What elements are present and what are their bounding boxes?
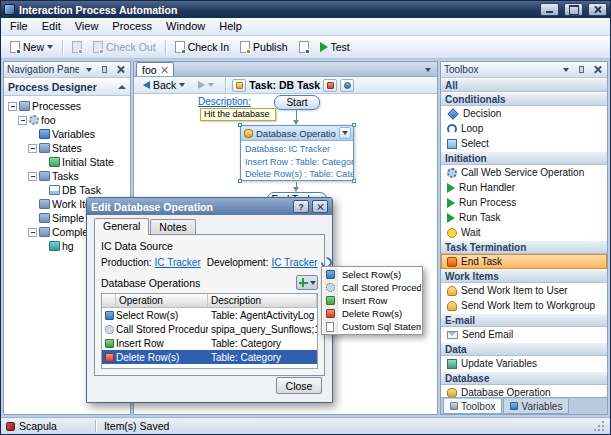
- collapse-icon[interactable]: [28, 172, 37, 181]
- start-node[interactable]: Start: [274, 95, 320, 110]
- toolbox-item-send-work-item-workgroup[interactable]: Send Work Item to Workgroup: [441, 298, 607, 313]
- operation-column-header[interactable]: Operation: [116, 294, 208, 307]
- toolbox-section-email[interactable]: E-mail: [441, 313, 607, 327]
- pin-icon: [102, 66, 107, 73]
- database-operation-node[interactable]: Database Operation Database: IC Tracker …: [240, 125, 354, 181]
- tab-notes[interactable]: Notes: [150, 219, 195, 235]
- toolbar-separator: [62, 40, 63, 55]
- toolbox-item-update-variables[interactable]: Update Variables: [441, 356, 607, 371]
- menu-item-custom-sql[interactable]: Custom Sql Statement: [323, 320, 421, 333]
- toolbox-item-loop[interactable]: Loop: [441, 121, 607, 136]
- toolbox-section-conditionals[interactable]: Conditionals: [441, 92, 607, 106]
- collapse-icon[interactable]: [18, 116, 27, 125]
- up-level-button[interactable]: [232, 79, 246, 92]
- forward-button[interactable]: [193, 78, 219, 92]
- pin-button[interactable]: [575, 64, 588, 76]
- toolbox-item-wait[interactable]: Wait: [441, 225, 607, 240]
- close-dialog-button[interactable]: Close: [276, 377, 322, 394]
- menu-view[interactable]: View: [68, 18, 106, 35]
- menu-item-call-stored-procedure[interactable]: Call Stored Procedure: [323, 281, 421, 294]
- toolbox-item-call-web-service[interactable]: Call Web Service Operation: [441, 165, 607, 180]
- check-in-button[interactable]: Check In: [170, 38, 234, 56]
- toolbox-item-run-process[interactable]: Run Process: [441, 195, 607, 210]
- table-row[interactable]: Call Stored Procedure spipa_query_Sunflo…: [102, 322, 317, 336]
- maximize-button[interactable]: [564, 3, 583, 16]
- dropdown-arrow-icon: [208, 83, 214, 87]
- collapse-icon[interactable]: [8, 102, 17, 111]
- menu-window[interactable]: Window: [159, 18, 212, 35]
- test-button[interactable]: Test: [315, 38, 355, 56]
- collapse-icon[interactable]: [28, 144, 37, 153]
- toolbox-section-work-items[interactable]: Work Items: [441, 269, 607, 283]
- toolbox-section-initiation[interactable]: Initiation: [441, 151, 607, 165]
- resize-grip[interactable]: [593, 420, 605, 432]
- close-button[interactable]: [588, 3, 607, 16]
- tab-close-icon[interactable]: [161, 66, 168, 73]
- preview-icon-button[interactable]: [294, 38, 314, 56]
- minimize-button[interactable]: [540, 3, 559, 16]
- toolbox-item-send-work-item-user[interactable]: Send Work Item to User: [441, 283, 607, 298]
- tab-general[interactable]: General: [94, 218, 149, 235]
- toolbox-item-end-task[interactable]: End Task: [441, 254, 607, 269]
- development-link[interactable]: IC Tracker: [271, 257, 317, 268]
- menu-item-delete-rows[interactable]: Delete Row(s): [323, 307, 421, 320]
- back-button[interactable]: Back: [138, 76, 190, 94]
- dialog-close-button[interactable]: [312, 200, 328, 213]
- menu-process[interactable]: Process: [105, 18, 159, 35]
- dialog-help-button[interactable]: [293, 200, 309, 213]
- toolbox-item-send-email[interactable]: Send Email: [441, 327, 607, 342]
- toolbox-item-database-operation[interactable]: Database Operation: [441, 385, 607, 397]
- tab-list-button[interactable]: [420, 63, 435, 76]
- menu-file[interactable]: File: [3, 18, 35, 35]
- publish-button[interactable]: Publish: [235, 38, 292, 56]
- table-row-selected[interactable]: Delete Row(s) Table: Category: [102, 350, 317, 364]
- tree-item-processes[interactable]: Processes: [4, 99, 130, 113]
- pane-menu-button[interactable]: [82, 64, 95, 76]
- pane-menu-button[interactable]: [559, 64, 572, 76]
- toolbox-section-all[interactable]: All: [441, 78, 607, 92]
- tree-item-foo[interactable]: foo: [4, 113, 130, 127]
- grid-button[interactable]: [323, 79, 337, 92]
- pin-button[interactable]: [98, 64, 111, 76]
- tree-item-variables[interactable]: Variables: [4, 127, 130, 141]
- toolbox-item-decision[interactable]: Decision: [441, 106, 607, 121]
- tree-item-initial-state[interactable]: Initial State: [4, 155, 130, 169]
- menu-item-select-rows[interactable]: Select Row(s): [323, 268, 421, 281]
- production-link[interactable]: IC Tracker: [155, 257, 201, 268]
- table-row[interactable]: Insert Row Table: Category: [102, 336, 317, 350]
- new-button[interactable]: New: [5, 38, 58, 56]
- collapse-icon[interactable]: [28, 228, 37, 237]
- node-menu-button[interactable]: [339, 127, 351, 139]
- description-link[interactable]: Description:: [198, 96, 251, 107]
- toolbox-item-select[interactable]: Select: [441, 136, 607, 151]
- start-node-label: Start: [286, 97, 307, 108]
- toolbox-section-database[interactable]: Database: [441, 371, 607, 385]
- tree-item-states[interactable]: States: [4, 141, 130, 155]
- tree-item-db-task[interactable]: DB Task: [4, 183, 130, 197]
- tab-variables[interactable]: Variables: [503, 399, 569, 414]
- check-out-button[interactable]: Check Out: [88, 38, 161, 56]
- processes-icon: [19, 101, 30, 111]
- table-row[interactable]: Select Row(s) Table: AgentActivityLog: [102, 308, 317, 322]
- tree-item-tasks[interactable]: Tasks: [4, 169, 130, 183]
- test-label: Test: [331, 41, 350, 53]
- status-icon: [6, 422, 15, 431]
- toolbox-item-run-task[interactable]: Run Task: [441, 210, 607, 225]
- toolbox-item-run-handler[interactable]: Run Handler: [441, 180, 607, 195]
- process-designer-header[interactable]: Process Designer: [4, 78, 130, 96]
- menu-help[interactable]: Help: [212, 18, 249, 35]
- pane-close-button[interactable]: [114, 64, 127, 76]
- menu-icon-cell: [323, 320, 338, 333]
- pane-close-button[interactable]: [591, 64, 604, 76]
- menu-edit[interactable]: Edit: [35, 18, 68, 35]
- document-icon-button[interactable]: [67, 38, 87, 56]
- select-rows-icon: [105, 311, 114, 320]
- zoom-button[interactable]: [340, 79, 354, 92]
- tab-foo[interactable]: foo: [136, 62, 174, 76]
- tab-toolbox[interactable]: Toolbox: [443, 399, 502, 414]
- toolbox-section-task-termination[interactable]: Task Termination: [441, 240, 607, 254]
- description-column-header[interactable]: Description: [208, 294, 317, 307]
- menu-item-insert-row[interactable]: Insert Row: [323, 294, 421, 307]
- toolbox-section-data[interactable]: Data: [441, 342, 607, 356]
- add-operation-button[interactable]: [296, 275, 318, 290]
